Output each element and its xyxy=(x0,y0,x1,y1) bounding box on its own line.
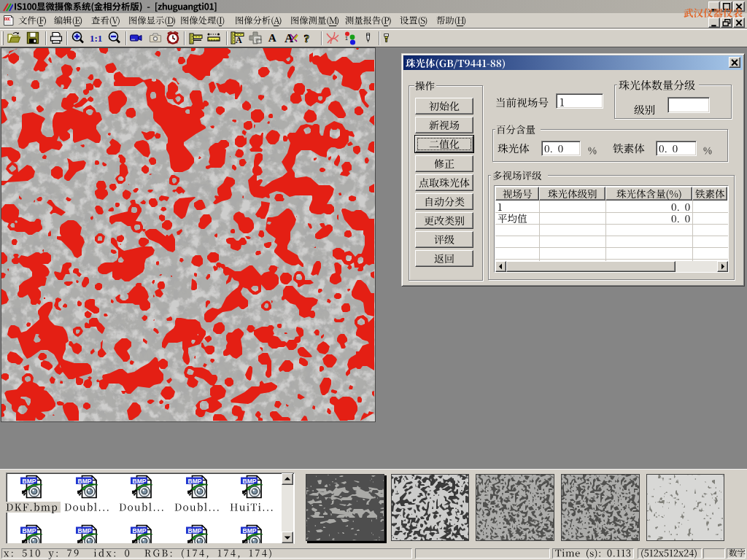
svg-text:BMP: BMP xyxy=(188,478,202,485)
svg-text:1:1: 1:1 xyxy=(90,33,102,44)
svg-text:BMP: BMP xyxy=(133,478,147,485)
svg-text:A: A xyxy=(236,35,242,45)
svg-text:BMP: BMP xyxy=(243,527,257,534)
svg-text:BMP: BMP xyxy=(23,527,36,534)
svg-text:BMP: BMP xyxy=(188,527,202,534)
svg-text:DOC: DOC xyxy=(4,17,11,21)
svg-text:BMP: BMP xyxy=(78,478,92,485)
svg-text:BMP: BMP xyxy=(133,527,147,534)
svg-text:A: A xyxy=(268,31,276,44)
svg-text:BMP: BMP xyxy=(23,478,36,485)
svg-text:1: 1 xyxy=(345,36,348,41)
svg-text:BMP: BMP xyxy=(78,527,92,534)
svg-text:BMP: BMP xyxy=(243,478,257,485)
svg-text:?: ? xyxy=(304,32,310,44)
